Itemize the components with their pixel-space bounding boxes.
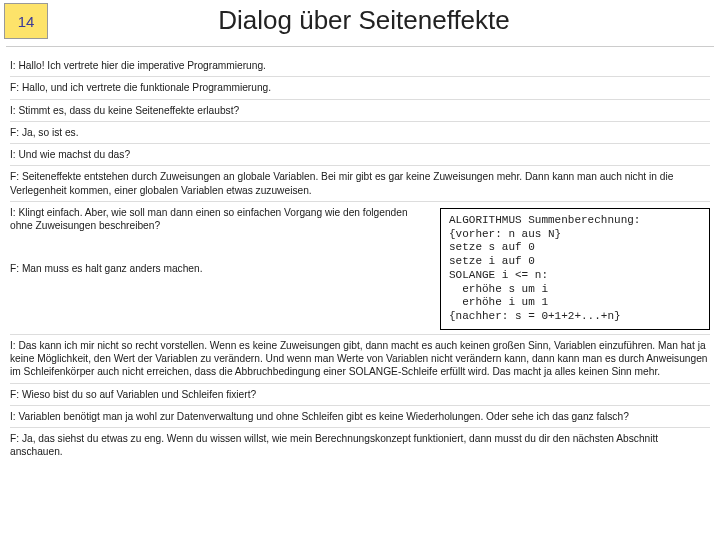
dialog-row-with-algorithm: I: Klingt einfach. Aber, wie soll man da… [10, 202, 710, 335]
dialog-line: F: Wieso bist du so auf Variablen und Sc… [10, 384, 710, 406]
slide-title: Dialog über Seiteneffekte [48, 5, 720, 36]
slide-header: 14 Dialog über Seiteneffekte [0, 0, 720, 40]
dialog-left-column: I: Klingt einfach. Aber, wie soll man da… [10, 206, 430, 330]
dialog-line: I: Hallo! Ich vertrete hier die imperati… [10, 55, 710, 77]
dialog-line: I: Und wie machst du das? [10, 144, 710, 166]
slide-number: 14 [4, 3, 48, 39]
dialog-line: F: Hallo, und ich vertrete die funktiona… [10, 77, 710, 99]
dialog-line: F: Seiteneffekte entstehen durch Zuweisu… [10, 166, 710, 202]
dialog-line: I: Klingt einfach. Aber, wie soll man da… [10, 206, 430, 233]
dialog-right-column: ALGORITHMUS Summenberechnung: {vorher: n… [440, 206, 710, 330]
dialog-line: I: Stimmt es, dass du keine Seiteneffekt… [10, 100, 710, 122]
dialog-line: F: Man muss es halt ganz anders machen. [10, 262, 430, 275]
dialog-line: F: Ja, das siehst du etwas zu eng. Wenn … [10, 428, 710, 463]
dialog-line: I: Das kann ich mir nicht so recht vorst… [10, 335, 710, 384]
dialog-line: F: Ja, so ist es. [10, 122, 710, 144]
slide-content: I: Hallo! Ich vertrete hier die imperati… [0, 47, 720, 463]
algorithm-box: ALGORITHMUS Summenberechnung: {vorher: n… [440, 208, 710, 330]
dialog-line: I: Variablen benötigt man ja wohl zur Da… [10, 406, 710, 428]
